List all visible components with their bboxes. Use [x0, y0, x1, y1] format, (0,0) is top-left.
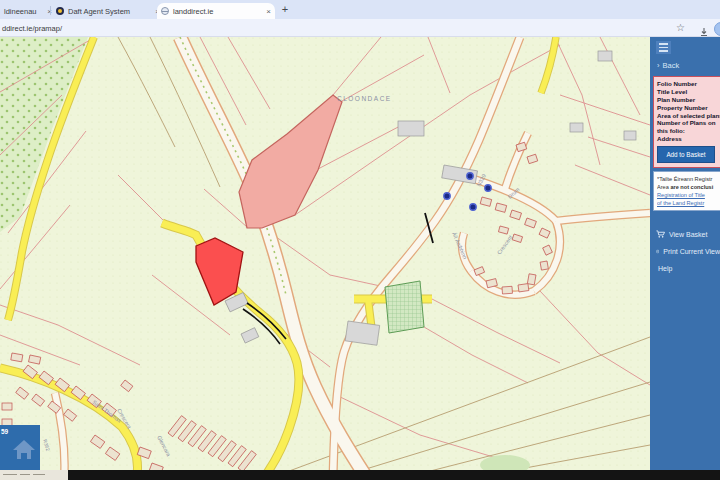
profile-avatar[interactable]	[714, 22, 720, 36]
tab-label: landdirect.ie	[173, 7, 213, 16]
registration-of-title-link[interactable]: Registration of Title	[657, 191, 720, 199]
tab-close-icon[interactable]: ×	[266, 7, 271, 16]
registry-notice-panel: *Tailte Éireann Registr Area are not con…	[653, 171, 720, 211]
field-property-number: Property Number	[657, 104, 720, 112]
tab-daft-agent-system[interactable]: Daft Agent System ×	[52, 3, 164, 19]
field-number-of-plans: Number of Plans on this folio:	[657, 119, 717, 135]
tab-label: ldineenau	[4, 7, 37, 16]
sheet-number-label: 59	[1, 428, 9, 435]
map-tools-sidebar: › Back Folio Number Title Level Plan Num…	[650, 37, 720, 470]
bottom-black-bar	[68, 470, 720, 480]
view-basket-button[interactable]: View Basket	[650, 227, 720, 241]
map-watermark-logo: 59	[0, 425, 40, 470]
tab-cut-left[interactable]: ldineenau ×	[0, 3, 56, 19]
tab-divider	[50, 6, 51, 15]
daft-favicon	[56, 7, 64, 15]
address-bar[interactable]: ddirect.ie/pramap/ ☆	[0, 19, 720, 37]
add-to-basket-button[interactable]: Add to Basket	[657, 146, 715, 163]
globe-favicon	[161, 7, 169, 15]
help-link[interactable]: Help	[650, 261, 720, 275]
field-folio-number: Folio Number	[657, 80, 720, 88]
land-registry-link[interactable]: of the Land Registr	[657, 199, 720, 207]
folio-details-panel: Folio Number Title Level Plan Number Pro…	[653, 76, 720, 168]
url-text[interactable]: ddirect.ie/pramap/	[2, 24, 62, 33]
field-title-level: Title Level	[657, 88, 720, 96]
print-current-view-button[interactable]: Print Current View	[650, 244, 720, 258]
basket-cart-icon	[656, 230, 665, 239]
tab-strip: ldineenau × Daft Agent System × landdire…	[0, 0, 720, 19]
back-button[interactable]: › Back	[650, 57, 720, 73]
menu-hamburger-icon[interactable]	[656, 41, 671, 54]
field-address: Address	[657, 135, 720, 143]
field-plan-number: Plan Number	[657, 96, 720, 104]
notice-line1: *Tailte Éireann Registr	[657, 175, 720, 183]
field-area-selected-plans: Area of selected plans	[657, 112, 720, 120]
printer-icon	[656, 247, 659, 256]
bookmark-star-icon[interactable]: ☆	[676, 22, 685, 33]
chevron-icon: ›	[657, 61, 660, 70]
bottom-left-strip	[0, 470, 68, 480]
notice-line2: Area are not conclusi	[657, 183, 720, 191]
new-tab-button[interactable]: +	[278, 2, 292, 16]
back-label: Back	[663, 61, 680, 70]
tab-label: Daft Agent System	[68, 7, 130, 16]
tab-landdirect-active[interactable]: landdirect.ie ×	[157, 3, 275, 19]
townland-label: CLOONDACE	[337, 95, 392, 102]
browser-window: ldineenau × Daft Agent System × landdire…	[0, 0, 720, 480]
land-registry-map[interactable]: CLOONDACE N329 Drum Crescent Áit Aoibhin…	[0, 37, 650, 470]
